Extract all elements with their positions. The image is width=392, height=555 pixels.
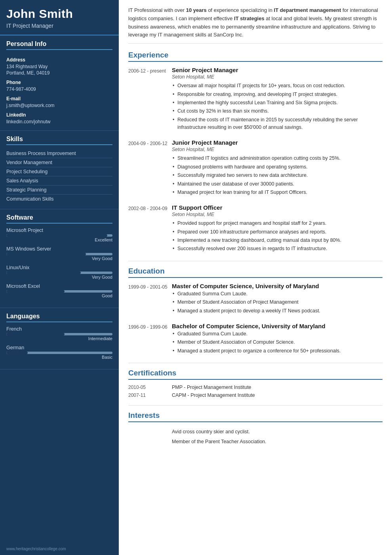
- languages-list: FrenchIntermediateGermanBasic: [6, 326, 112, 360]
- linkedin-value: linkedin.com/johnutw: [6, 119, 112, 125]
- bullet-item: Successfully resolved over 200 issues in…: [172, 245, 382, 253]
- skills-list: Business Process ImprovementVendor Manag…: [6, 149, 112, 203]
- bullet-item: Streamlined IT logistics and administrat…: [172, 155, 382, 162]
- linkedin-label: LinkedIn: [6, 112, 112, 118]
- bullet-item: Oversaw all major hospital IT projects f…: [172, 82, 382, 90]
- address-line2: Portland, ME, 04019: [6, 70, 112, 77]
- languages-title: Languages: [6, 313, 112, 322]
- experience-section: Experience 2006-12 - presentSenior Proje…: [128, 51, 382, 254]
- entry-title: Bachelor of Computer Science, University…: [172, 323, 382, 329]
- software-item: Linux/UnixVery Good: [6, 265, 112, 279]
- interests-title: Interests: [128, 411, 382, 422]
- bullet-item: Successfully migrated two servers to new…: [172, 172, 382, 179]
- cert-name: CAPM - Project Management Institute: [172, 392, 255, 398]
- personal-info-title: Personal Info: [6, 40, 112, 50]
- candidate-title: IT Project Manager: [6, 23, 112, 29]
- cert-date: 2010-05: [128, 385, 172, 390]
- entry-date: 2002-08 - 2004-09: [128, 204, 172, 254]
- skill-item: Vendor Management: [6, 158, 112, 167]
- software-bar-fill: [6, 290, 65, 293]
- software-name: MS Windows Server: [6, 246, 112, 252]
- entry-date: 2006-12 - present: [128, 67, 172, 132]
- bullet-item: Provided support for project managers an…: [172, 220, 382, 227]
- entry-row: 1999-09 - 2001-05Master of Computer Scie…: [128, 283, 382, 316]
- certifications-list: 2010-05PMP - Project Management Institut…: [128, 385, 382, 398]
- entry-row: 2002-08 - 2004-09IT Support OfficerSeton…: [128, 204, 382, 254]
- main-content: IT Professional with over 10 years of ex…: [119, 0, 392, 555]
- entry-row: 2006-12 - presentSenior Project ManagerS…: [128, 67, 382, 132]
- bullet-item: Member of Student Association of Compute…: [172, 339, 382, 346]
- entry-title: IT Support Officer: [172, 204, 382, 211]
- skills-section: Skills Business Process ImprovementVendo…: [0, 131, 119, 209]
- language-bar-fill: [6, 352, 28, 354]
- experience-title: Experience: [128, 51, 382, 62]
- software-bar-track: [6, 272, 112, 274]
- candidate-name: John Smith: [6, 7, 112, 21]
- bullet-item: Diagnosed problems with hardware and ope…: [172, 163, 382, 171]
- interest-item: Avid cross country skier and cyclist.: [128, 427, 382, 437]
- language-item: FrenchIntermediate: [6, 326, 112, 341]
- entry-company: Seton Hospital, ME: [172, 212, 382, 217]
- software-bar-label: Very Good: [6, 256, 112, 261]
- entry-content: Senior Project ManagerSeton Hospital, ME…: [172, 67, 382, 132]
- certifications-section: Certifications 2010-05PMP - Project Mana…: [128, 369, 382, 398]
- language-bar-label: Basic: [6, 355, 112, 360]
- skill-item: Sales Analysis: [6, 176, 112, 186]
- skill-item: Business Process Improvement: [6, 149, 112, 158]
- entry-content: Bachelor of Computer Science, University…: [172, 323, 382, 356]
- software-item: Microsoft ProjectExcellent: [6, 228, 112, 242]
- software-item: Microsoft ExcelGood: [6, 283, 112, 298]
- cert-row: 2007-11CAPM - Project Management Institu…: [128, 392, 382, 398]
- bullet-item: Reduced the costs of IT maintenance in 2…: [172, 116, 382, 132]
- language-bar-track: [6, 333, 112, 335]
- footer: www.heritagechristiancollege.com: [0, 543, 119, 555]
- entry-bullets: Streamlined IT logistics and administrat…: [172, 155, 382, 196]
- software-bar-track: [6, 234, 112, 237]
- entry-bullets: Provided support for project managers an…: [172, 220, 382, 253]
- interests-list: Avid cross country skier and cyclist.Mem…: [128, 427, 382, 447]
- software-bar-fill: [6, 272, 81, 274]
- entry-date: 2004-09 - 2006-12: [128, 139, 172, 197]
- email-label: E-mail: [6, 96, 112, 101]
- bullet-item: Prepared over 100 infrastructure perform…: [172, 228, 382, 236]
- entry-title: Junior Project Manager: [172, 139, 382, 146]
- entry-bullets: Graduated Summa Cum Laude.Member of Stud…: [172, 330, 382, 355]
- education-list: 1999-09 - 2001-05Master of Computer Scie…: [128, 283, 382, 356]
- interest-item: Member of the Parent Teacher Association…: [128, 437, 382, 447]
- bullet-item: Managed project for lean training for al…: [172, 189, 382, 196]
- entry-title: Senior Project Manager: [172, 67, 382, 73]
- bullet-item: Managed a student project to organize a …: [172, 347, 382, 355]
- entry-bullets: Graduated Summa Cum Laude.Member of Stud…: [172, 290, 382, 315]
- experience-list: 2006-12 - presentSenior Project ManagerS…: [128, 67, 382, 254]
- bullet-item: Responsible for creating, improving, and…: [172, 91, 382, 98]
- entry-date: 1999-09 - 2001-05: [128, 283, 172, 316]
- software-name: Microsoft Excel: [6, 283, 112, 289]
- entry-content: IT Support OfficerSeton Hospital, MEProv…: [172, 204, 382, 254]
- entry-bullets: Oversaw all major hospital IT projects f…: [172, 82, 382, 131]
- language-bar-track: [6, 352, 112, 354]
- bullet-item: Member of Student Association of Project…: [172, 299, 382, 306]
- software-title: Software: [6, 214, 112, 224]
- education-section: Education 1999-09 - 2001-05Master of Com…: [128, 267, 382, 356]
- bullet-item: Implemented a new tracking dashboard, cu…: [172, 237, 382, 244]
- language-name: German: [6, 345, 112, 350]
- software-bar-fill: [6, 234, 107, 237]
- entry-content: Junior Project ManagerSeton Hospital, ME…: [172, 139, 382, 197]
- cert-name: PMP - Project Management Institute: [172, 385, 251, 390]
- sidebar: John Smith IT Project Manager Personal I…: [0, 0, 119, 555]
- entry-title: Master of Computer Science, University o…: [172, 283, 382, 289]
- software-bar-track: [6, 290, 112, 293]
- language-item: GermanBasic: [6, 345, 112, 360]
- address-line1: 134 Rightward Way: [6, 63, 112, 70]
- personal-info-section: Personal Info Address 134 Rightward Way …: [0, 36, 119, 131]
- phone-value: 774-987-4009: [6, 86, 112, 93]
- language-bar-label: Intermediate: [6, 336, 112, 341]
- entry-row: 1996-09 - 1999-06Bachelor of Computer Sc…: [128, 323, 382, 356]
- languages-section: Languages FrenchIntermediateGermanBasic: [0, 308, 119, 369]
- software-item: MS Windows ServerVery Good: [6, 246, 112, 261]
- software-bar-label: Excellent: [6, 237, 112, 242]
- entry-row: 2004-09 - 2006-12Junior Project ManagerS…: [128, 139, 382, 197]
- software-bar-track: [6, 253, 112, 255]
- language-bar-fill: [6, 333, 65, 335]
- language-name: French: [6, 326, 112, 332]
